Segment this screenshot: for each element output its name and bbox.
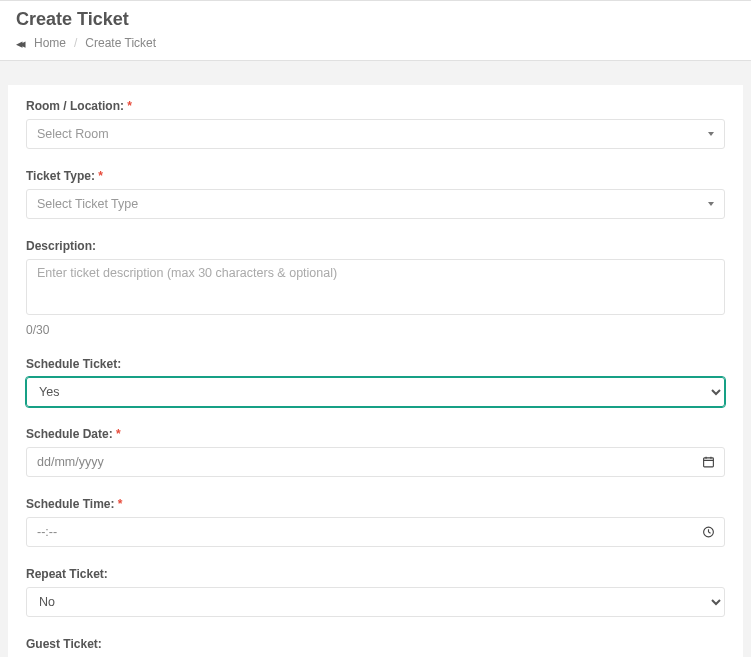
back-icon[interactable]: ◂◂ (16, 37, 22, 50)
description-label: Description: (26, 239, 725, 253)
breadcrumb-separator: / (74, 36, 77, 50)
chevron-down-icon (708, 132, 714, 136)
required-mark: * (127, 99, 132, 113)
room-select-value: Select Room (37, 127, 109, 141)
repeat-ticket-label: Repeat Ticket: (26, 567, 725, 581)
form-card: Room / Location: * Select Room Ticket Ty… (8, 85, 743, 657)
breadcrumb: ◂◂ Home / Create Ticket (16, 36, 735, 50)
required-mark: * (118, 497, 123, 511)
room-label: Room / Location: * (26, 99, 725, 113)
chevron-down-icon (708, 202, 714, 206)
schedule-time-input[interactable] (26, 517, 725, 547)
guest-ticket-label: Guest Ticket: (26, 637, 725, 651)
breadcrumb-home[interactable]: Home (34, 36, 66, 50)
description-counter: 0/30 (26, 323, 725, 337)
required-mark: * (116, 427, 121, 441)
breadcrumb-current: Create Ticket (85, 36, 156, 50)
ticket-type-select[interactable]: Select Ticket Type (26, 189, 725, 219)
schedule-date-label: Schedule Date: * (26, 427, 725, 441)
required-mark: * (98, 169, 103, 183)
page-title: Create Ticket (16, 9, 735, 30)
room-select[interactable]: Select Room (26, 119, 725, 149)
schedule-ticket-select[interactable]: Yes (26, 377, 725, 407)
description-input[interactable] (26, 259, 725, 315)
schedule-ticket-label: Schedule Ticket: (26, 357, 725, 371)
schedule-date-input[interactable] (26, 447, 725, 477)
ticket-type-select-value: Select Ticket Type (37, 197, 138, 211)
ticket-type-label: Ticket Type: * (26, 169, 725, 183)
schedule-time-label: Schedule Time: * (26, 497, 725, 511)
repeat-ticket-select[interactable]: No (26, 587, 725, 617)
page-header: Create Ticket ◂◂ Home / Create Ticket (0, 0, 751, 61)
